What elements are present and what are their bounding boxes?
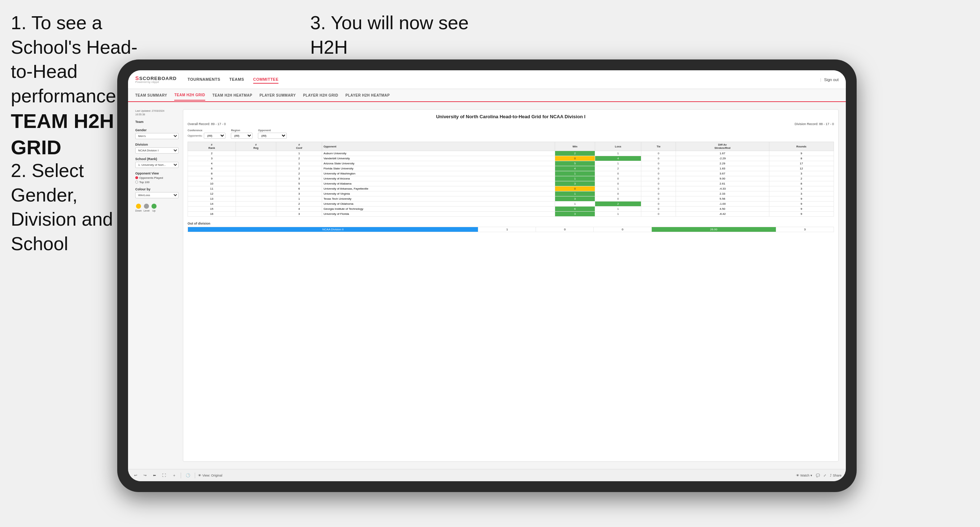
opponent-filter-select[interactable]: (All) (258, 133, 287, 139)
tablet-screen: SSCOREBOARD Powered by clippd TOURNAMENT… (128, 70, 846, 481)
main-content: Last Updated: 27/03/2024 16:55:38 Team G… (128, 102, 846, 469)
instruction-1-bold: TEAM H2H GRID (11, 110, 114, 159)
nav-committee[interactable]: COMMITTEE (253, 76, 279, 84)
table-cell (235, 197, 276, 202)
subnav-team-h2h-heatmap[interactable]: TEAM H2H HEATMAP (212, 90, 253, 100)
table-cell: 9 (188, 176, 236, 181)
subnav-team-summary[interactable]: TEAM SUMMARY (135, 90, 167, 100)
table-cell: -4.33 (676, 186, 769, 191)
comment-button[interactable]: 💬 (816, 474, 820, 477)
table-cell: 0 (641, 156, 676, 161)
back-button[interactable]: ⬅ (151, 472, 158, 478)
table-cell: 0 (641, 151, 676, 156)
division-section: Division NCAA Division I (135, 143, 178, 154)
table-cell: 0 (641, 181, 676, 186)
subnav-player-h2h-grid[interactable]: PLAYER H2H GRID (303, 90, 338, 100)
table-cell: Texas Tech University (322, 197, 555, 202)
col-diff: Diff AvStrokes/Rnd (676, 142, 769, 151)
table-row: 131Texas Tech University3005.569 (188, 197, 834, 202)
table-cell: 11 (188, 186, 236, 191)
school-select[interactable]: 1. University of Nort... (135, 162, 178, 168)
signout-button[interactable]: Sign out (824, 78, 838, 82)
table-cell: 0 (595, 176, 641, 181)
table-cell: 0 (641, 176, 676, 181)
table-cell: 0 (641, 171, 676, 176)
nav-teams[interactable]: TEAMS (229, 76, 244, 84)
watch-button[interactable]: 👁 Watch ▾ (796, 474, 812, 477)
region-filter-select[interactable]: (All) (231, 133, 253, 139)
table-cell: 1 (555, 171, 595, 176)
region-filter: Region (All) (231, 129, 253, 139)
conference-filter-select[interactable]: (All) (204, 133, 226, 139)
table-cell: -6.42 (676, 211, 769, 217)
table-cell: 10 (188, 181, 236, 186)
table-cell: 6 (276, 186, 322, 191)
nav-divider: | (820, 78, 821, 82)
crop-button[interactable]: ⛶ (161, 472, 168, 478)
table-row: 21Auburn University2101.679 (188, 151, 834, 156)
colour-by-label: Colour by (135, 187, 178, 191)
table-cell: 3 (555, 211, 595, 217)
table-cell: 14 (188, 202, 236, 206)
filter-row: Conference Opponents: (All) Region (All) (188, 129, 834, 139)
top100-radio[interactable]: Top 100 (135, 181, 178, 184)
table-cell: University of Florida (322, 211, 555, 217)
table-cell (235, 186, 276, 191)
gender-section: Gender Men's (135, 128, 178, 139)
table-cell: 4 (276, 206, 322, 211)
navbar: SSCOREBOARD Powered by clippd TOURNAMENT… (128, 70, 846, 89)
share-expand-button[interactable]: ⤢ (824, 474, 826, 477)
toolbar-separator-1 (181, 473, 181, 478)
colour-down-dot (136, 204, 141, 209)
table-cell: 1 (555, 191, 595, 197)
subnav-player-h2h-heatmap[interactable]: PLAYER H2H HEATMAP (345, 90, 390, 100)
table-cell: Auburn University (322, 151, 555, 156)
table-row: 116University of Arkansas, Fayetteville0… (188, 186, 834, 191)
nav-tournaments[interactable]: TOURNAMENTS (188, 76, 220, 84)
table-cell (235, 171, 276, 176)
table-cell: 9.00 (676, 176, 769, 181)
table-cell: Arizona State University (322, 161, 555, 166)
table-row: 82University of Washington1003.673 (188, 171, 834, 176)
table-cell: University of Washington (322, 171, 555, 176)
view-original[interactable]: 👁 View: Original (198, 474, 222, 477)
out-rounds: 3 (776, 227, 834, 232)
gender-select[interactable]: Men's (135, 133, 178, 139)
table-cell: 13 (188, 197, 236, 202)
table-cell (235, 156, 276, 161)
clock-button[interactable]: 🕐 (184, 472, 192, 478)
opponents-played-radio[interactable]: Opponents Played (135, 176, 178, 179)
subnav-team-h2h-grid[interactable]: TEAM H2H GRID (174, 90, 205, 100)
col-opponent: Opponent (322, 142, 555, 151)
watch-chevron: ▾ (810, 474, 812, 477)
table-cell: 0 (595, 181, 641, 186)
table-cell: University of Arkansas, Fayetteville (322, 186, 555, 191)
table-cell: 4 (188, 161, 236, 166)
subnav-player-summary[interactable]: PLAYER SUMMARY (259, 90, 296, 100)
table-cell: 17 (769, 161, 834, 166)
table-cell: 2 (595, 166, 641, 171)
table-cell: University of Oklahoma (322, 202, 555, 206)
redo-button[interactable]: ↪ (142, 472, 148, 478)
table-cell: 0 (641, 186, 676, 191)
toolbar-separator-2 (195, 473, 195, 478)
table-cell: 1 (276, 161, 322, 166)
table-cell (235, 166, 276, 171)
add-button[interactable]: ＋ (170, 472, 178, 479)
colour-legend: Down Level Up (135, 204, 178, 212)
table-cell: 9 (769, 206, 834, 211)
undo-button[interactable]: ↩ (132, 472, 139, 478)
division-select[interactable]: NCAA Division I (135, 148, 178, 154)
table-cell (235, 206, 276, 211)
table-cell: Georgia Institute of Technology (322, 206, 555, 211)
table-cell: 4 (555, 166, 595, 171)
table-cell: 0 (641, 211, 676, 217)
share-button[interactable]: ⤴ Share (830, 474, 842, 477)
table-cell: 1 (595, 151, 641, 156)
table-cell: 1 (595, 211, 641, 217)
table-cell: 12 (188, 191, 236, 197)
watch-icon: 👁 (796, 474, 799, 477)
table-row: 142University of Oklahoma120-1.009 (188, 202, 834, 206)
table-cell: 4.50 (676, 206, 769, 211)
colour-by-select[interactable]: Win/Loss (135, 192, 178, 198)
